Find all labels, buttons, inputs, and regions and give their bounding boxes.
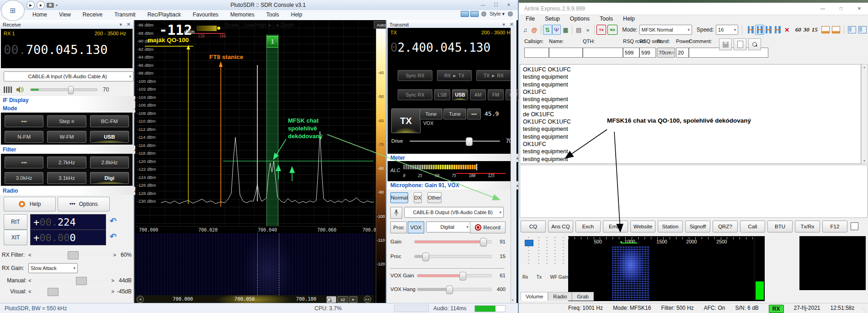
- search-icon[interactable]: [748, 38, 761, 50]
- qth-input[interactable]: [583, 48, 623, 58]
- rsid-icon[interactable]: [764, 25, 773, 35]
- mic-profile-button[interactable]: Other: [427, 192, 442, 203]
- more-button[interactable]: •••: [467, 108, 481, 119]
- rsid-icon[interactable]: [746, 25, 755, 35]
- filter-button[interactable]: 2.7kHz: [47, 156, 86, 168]
- tx-mode-button[interactable]: AM: [470, 89, 486, 100]
- rsq-rcvd-input[interactable]: [623, 48, 639, 58]
- wpm-preset[interactable]: 30: [804, 26, 809, 33]
- scroll-up-icon[interactable]: ▲: [862, 65, 867, 69]
- menu-item[interactable]: Tools: [596, 15, 617, 23]
- vox-gain-slider[interactable]: [417, 274, 492, 277]
- scroll-left-icon[interactable]: ◄: [137, 296, 144, 303]
- spin-left-icon[interactable]: <: [28, 252, 31, 258]
- help-button[interactable]: Help: [4, 197, 56, 211]
- airlink-close-button[interactable]: ✕: [850, 5, 868, 12]
- speaker-icon[interactable]: [16, 86, 25, 93]
- rit-button[interactable]: RIT: [4, 214, 27, 230]
- abort-tx-icon[interactable]: ✕: [783, 25, 792, 35]
- tx-sync-button[interactable]: TX ► RX: [476, 70, 511, 81]
- xit-display[interactable]: +00.000: [30, 230, 106, 245]
- resize-grip[interactable]: ⋱: [863, 308, 867, 313]
- gear-icon[interactable]: [481, 11, 486, 16]
- airlink-titlebar[interactable]: Airlink Express 2.9.9.999 — □ ✕: [519, 3, 868, 15]
- mode-button[interactable]: BC-FM: [90, 115, 129, 127]
- record-audio-icon[interactable]: ●: [583, 25, 592, 35]
- band-select[interactable]: 70cm∨: [657, 48, 675, 58]
- ribbon-tab[interactable]: Favourites: [187, 10, 224, 20]
- visual-slider[interactable]: [34, 291, 108, 292]
- tx-sync-button[interactable]: RX ► TX: [437, 70, 472, 81]
- record-button[interactable]: Record: [470, 221, 506, 233]
- sdr-waterfall[interactable]: [135, 233, 374, 295]
- rx-slider-handle[interactable]: [525, 240, 533, 246]
- macro-button[interactable]: BTU: [767, 221, 793, 232]
- rx-gain-select[interactable]: Slow Attack ▾: [28, 263, 78, 273]
- frequency-bar[interactable]: ◄ 700.000 700.050 700.100 x2 ► ►►: [135, 295, 374, 303]
- airlink-maximize-button[interactable]: □: [832, 5, 850, 12]
- macro-button[interactable]: Signoff: [685, 221, 710, 232]
- scroll-right-icon[interactable]: ►►: [364, 296, 371, 303]
- sdr-titlebar[interactable]: ▶ ■ ▾ PlutoSDR :: SDR Console v3.1 — ☐ ✕: [0, 0, 518, 11]
- menu-item[interactable]: File: [522, 15, 539, 23]
- sdr-console-logo-icon[interactable]: ⊞: [1, 0, 25, 21]
- macro-button[interactable]: Website: [630, 221, 655, 232]
- spectrum-toolbar-button[interactable]: Zoom: [281, 22, 295, 28]
- tx-mode-button[interactable]: USB: [452, 89, 468, 100]
- zoom-x2-button[interactable]: x2: [337, 296, 348, 303]
- spin-left-icon[interactable]: <: [28, 278, 31, 283]
- macro-button[interactable]: Exch: [575, 221, 601, 232]
- tuning-bracket[interactable]: [621, 243, 637, 243]
- vox-button[interactable]: VOX: [408, 221, 424, 233]
- wf-gain-slider[interactable]: [563, 237, 564, 265]
- tx-mode-button[interactable]: FM: [488, 89, 504, 100]
- digital-mode-select[interactable]: Digital ▾: [426, 221, 471, 232]
- spectrum-toolbar-button[interactable]: Scale...: [225, 22, 243, 28]
- menu-item[interactable]: Options: [566, 15, 594, 23]
- rx-lock-icon[interactable]: RX: [607, 25, 618, 35]
- monitor-icon[interactable]: [470, 11, 479, 17]
- snap-window-icon[interactable]: [832, 26, 840, 33]
- style-dropdown[interactable]: Style ▾: [490, 11, 505, 17]
- tx-slider[interactable]: [546, 237, 548, 265]
- step-right-icon[interactable]: ►: [349, 296, 357, 303]
- gear-icon[interactable]: [508, 11, 513, 16]
- magnifier-icon[interactable]: [326, 296, 336, 303]
- proc-slider[interactable]: [414, 255, 492, 258]
- tx-mode-button[interactable]: LSB: [434, 89, 450, 100]
- mode-button[interactable]: •••: [5, 115, 43, 127]
- radio-section[interactable]: Radio▴: [0, 187, 139, 195]
- new-file-icon[interactable]: [734, 38, 746, 50]
- mic-profile-button[interactable]: Normal: [390, 192, 408, 203]
- receive-panel-header[interactable]: Receive ▼ ✕: [0, 20, 133, 29]
- options-button[interactable]: ••• Options: [58, 197, 110, 211]
- tx-button[interactable]: TX: [391, 108, 421, 133]
- mic-profile-button[interactable]: DX: [414, 192, 422, 203]
- audio-input-select[interactable]: CABLE-A Input (VB-Audio Cable A) ▾: [4, 71, 133, 81]
- microphone-section[interactable]: Microphone: Gain 91, VOX▴: [388, 181, 521, 189]
- rsid-icon[interactable]: [755, 25, 764, 35]
- filter-button[interactable]: Digi: [90, 172, 129, 184]
- ribbon-tab[interactable]: Rec/Playback: [141, 10, 186, 20]
- drive-slider[interactable]: [410, 140, 500, 142]
- gain-slider[interactable]: [414, 240, 492, 243]
- camera-icon[interactable]: [47, 3, 54, 8]
- panel-collapse-icon[interactable]: ▼: [502, 22, 506, 27]
- ribbon-tab[interactable]: View: [53, 10, 77, 20]
- ribbon-tab[interactable]: Transmit: [108, 10, 141, 20]
- tx-sync-button[interactable]: Sync RX: [398, 70, 432, 81]
- spectrum-display[interactable]: -86 dBm-88 dBm-90 dBm-92 dBm-94 dBm-96 d…: [135, 20, 374, 226]
- slider-track[interactable]: [538, 237, 539, 265]
- panel-collapse-icon[interactable]: ▼: [119, 22, 123, 27]
- filter-button[interactable]: 3.1kHz: [47, 172, 86, 184]
- volume-slider[interactable]: [30, 88, 97, 91]
- menu-item[interactable]: Setup: [541, 15, 564, 23]
- save-icon[interactable]: [719, 38, 732, 50]
- filter-button[interactable]: •••: [5, 156, 43, 168]
- name-input[interactable]: [549, 48, 583, 58]
- spectrum-toolbar-button[interactable]: High: [255, 22, 266, 28]
- tone-button[interactable]: Tone: [420, 108, 442, 119]
- speed-select[interactable]: 16▾: [716, 25, 738, 35]
- slider-track[interactable]: [554, 237, 556, 265]
- notes-window-icon[interactable]: [858, 26, 867, 33]
